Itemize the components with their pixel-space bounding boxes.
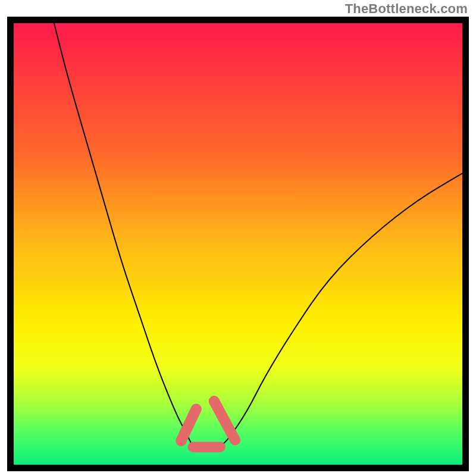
curve-left-branch	[54, 23, 193, 447]
svg-line-0	[181, 409, 196, 441]
mark-left	[181, 409, 196, 441]
mark-right	[214, 401, 235, 440]
svg-line-1	[214, 401, 235, 440]
watermark-text: TheBottleneck.com	[345, 1, 468, 17]
plot-frame	[7, 17, 469, 471]
chart-overlay	[14, 23, 462, 465]
chart-stage: TheBottleneck.com	[0, 0, 476, 476]
curve-right-branch	[220, 173, 462, 447]
